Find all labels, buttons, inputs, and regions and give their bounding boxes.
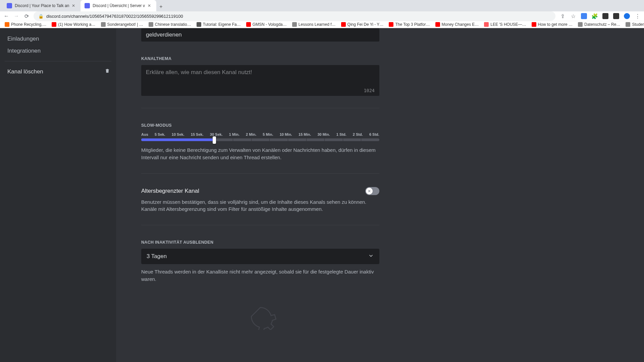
topic-char-counter: 1024	[364, 88, 375, 93]
bookmark[interactable]: Sonderangebot! | …	[99, 21, 145, 27]
settings-sidebar: Einladungen Integrationen Kanal löschen	[0, 28, 116, 362]
divider	[141, 173, 379, 174]
bookmarks-bar: Phone Recycling,…(1) How Working a…Sonde…	[0, 21, 644, 28]
browser-tab[interactable]: Discord | Übersicht | Server v ✕	[80, 0, 156, 11]
inactivity-heading: Nach Inaktivität ausblenden	[141, 240, 379, 245]
slider-labels: Aus5 Sek.10 Sek.15 Sek.30 Sek.1 Min.2 Mi…	[141, 132, 379, 136]
discord-favicon	[7, 3, 12, 8]
tab-title: Discord | Übersicht | Server v	[93, 3, 145, 8]
slider-handle[interactable]	[213, 136, 216, 144]
extension-icon[interactable]	[581, 13, 587, 19]
chevron-down-icon	[368, 253, 374, 260]
new-tab-button[interactable]: +	[156, 2, 166, 11]
close-icon[interactable]: ✕	[148, 3, 152, 8]
reload-button[interactable]: ⟳	[23, 13, 30, 19]
address-bar-row: ← → ⟳ 🔒 discord.com/channels/10565479476…	[0, 11, 644, 21]
sidebar-item-invites[interactable]: Einladungen	[0, 33, 116, 45]
age-restricted-toggle[interactable]	[365, 187, 379, 195]
bookmark[interactable]: Phone Recycling,…	[3, 21, 48, 27]
divider	[141, 225, 379, 225]
gear-illustration	[141, 303, 379, 330]
extensions-menu-icon[interactable]: 🧩	[592, 13, 598, 19]
bookmark[interactable]: Qing Fei De Yi - Y…	[339, 21, 386, 27]
extension-icon[interactable]	[613, 13, 619, 19]
extension-icon[interactable]	[602, 13, 608, 19]
divider	[5, 61, 111, 61]
toggle-knob	[366, 188, 373, 194]
close-icon[interactable]: ✕	[72, 3, 76, 8]
bookmark[interactable]: Lessons Learned f…	[290, 21, 338, 27]
lock-icon: 🔒	[38, 14, 44, 19]
bookmark[interactable]: Student Wants an…	[624, 21, 644, 27]
bookmark[interactable]: (1) How Working a…	[50, 21, 97, 27]
kebab-menu-icon[interactable]: ⋮	[635, 13, 641, 19]
age-restricted-title: Altersbegrenzter Kanal	[141, 188, 199, 194]
topic-placeholder: Erkläre allen, wie man diesen Kanal nutz…	[146, 69, 375, 76]
back-button[interactable]: ←	[3, 13, 9, 19]
delete-channel-button[interactable]: Kanal löschen	[0, 65, 116, 78]
channel-topic-input[interactable]: Erkläre allen, wie man diesen Kanal nutz…	[141, 65, 379, 96]
bookmark[interactable]: LEE 'S HOUSE—…	[482, 21, 528, 27]
bookmark[interactable]: Money Changes E…	[433, 21, 481, 27]
bookmark[interactable]: How to get more …	[530, 21, 575, 27]
forward-button[interactable]: →	[13, 13, 19, 19]
bookmark[interactable]: The Top 3 Platfor…	[387, 21, 432, 27]
age-restricted-help: Benutzer müssen bestätigen, dass sie vol…	[141, 198, 379, 213]
x-icon	[367, 189, 371, 193]
browser-chrome: Discord | Your Place to Talk an ✕ Discor…	[0, 0, 644, 28]
url-text: discord.com/channels/1056547947631870022…	[46, 14, 183, 19]
slowmode-heading: Slow-Modus	[141, 123, 379, 128]
slowmode-help: Mitglieder, die keine Berechtigung zum V…	[141, 146, 379, 161]
profile-avatar[interactable]	[624, 13, 630, 19]
inactivity-help: Neue Threads werden in der Kanalliste ni…	[141, 268, 379, 283]
browser-tab[interactable]: Discord | Your Place to Talk an ✕	[3, 0, 80, 11]
settings-content: geldverdienen Kanalthema Erkläre allen, …	[128, 28, 393, 362]
bookmark[interactable]: Datenschutz – Re…	[576, 21, 622, 27]
discord-favicon	[85, 3, 90, 8]
share-icon[interactable]: ⇪	[559, 13, 566, 19]
bookmark[interactable]: Chinese translatio…	[147, 21, 193, 27]
slider-fill	[141, 138, 214, 141]
channel-name-value: geldverdienen	[146, 32, 182, 38]
divider	[141, 108, 379, 108]
star-icon[interactable]: ☆	[570, 13, 576, 19]
topic-heading: Kanalthema	[141, 56, 379, 61]
trash-icon	[105, 68, 110, 75]
inactivity-select[interactable]: 3 Tagen	[141, 249, 379, 264]
tab-strip: Discord | Your Place to Talk an ✕ Discor…	[0, 0, 644, 11]
tab-title: Discord | Your Place to Talk an	[15, 3, 69, 8]
slider-track[interactable]	[141, 138, 379, 141]
channel-name-input[interactable]: geldverdienen	[141, 28, 379, 42]
delete-channel-label: Kanal löschen	[7, 68, 43, 75]
bookmark[interactable]: GMSN - Vologda…	[244, 21, 289, 27]
extension-icons: ⇪ ☆ 🧩 ⋮	[559, 13, 641, 19]
address-bar[interactable]: 🔒 discord.com/channels/10565479476318700…	[34, 11, 555, 21]
bookmark[interactable]: Tutorial: Eigene Fa…	[195, 21, 243, 27]
slowmode-slider[interactable]: Aus5 Sek.10 Sek.15 Sek.30 Sek.1 Min.2 Mi…	[141, 132, 379, 141]
app: Einladungen Integrationen Kanal löschen …	[0, 28, 644, 362]
inactivity-value: 3 Tagen	[147, 253, 167, 260]
sidebar-item-integrations[interactable]: Integrationen	[0, 45, 116, 57]
